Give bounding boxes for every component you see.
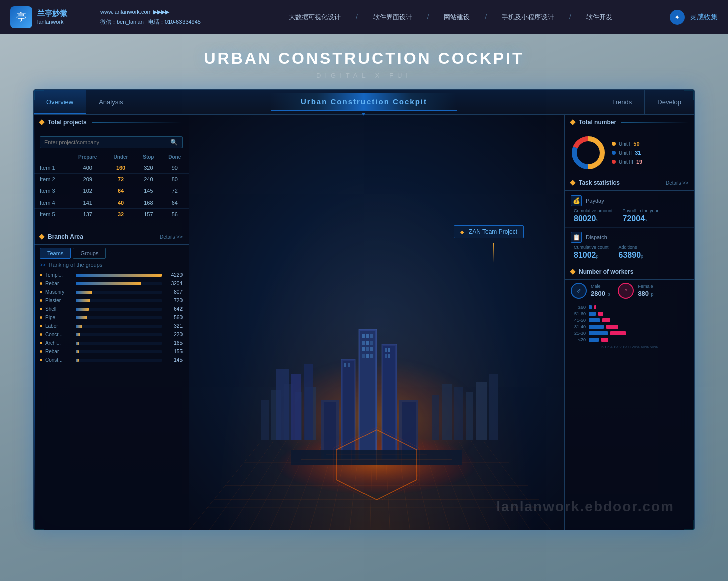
list-item: Archi... 165 [34,339,189,347]
svg-rect-12 [476,382,487,440]
svg-rect-38 [348,363,350,367]
svg-rect-6 [291,374,301,440]
table-row: Item 4 141 40 168 64 [34,197,189,209]
project-pin [493,243,494,263]
dash-nav-right: Trends Develop [599,90,694,114]
payday-icon: 💰 [571,195,582,206]
tab-overview[interactable]: Overview [34,90,86,114]
city-bg: ZAN Team Project [189,115,564,530]
projects-table: Prepare Under Stop Done Item 1 400 160 3… [34,152,189,220]
tab-analysis[interactable]: Analysis [86,90,136,114]
search-icon: 🔍 [170,139,178,146]
svg-rect-21 [366,341,369,345]
svg-rect-10 [454,387,463,440]
svg-rect-31 [385,348,387,352]
total-number-header: Total number [565,115,694,130]
age-row: 41-50 [571,318,688,323]
svg-rect-9 [442,384,452,440]
search-input[interactable] [44,139,170,145]
dot-icon [40,274,42,276]
svg-rect-20 [362,341,365,345]
total-projects-title: Total projects [48,119,87,126]
tab-develop[interactable]: Develop [645,90,694,114]
dot-icon [40,299,42,302]
svg-rect-28 [370,354,373,358]
female-info: Female 880 p [638,284,653,298]
tab-trends[interactable]: Trends [599,90,645,114]
svg-rect-7 [304,364,313,440]
unit-3-label: Unit III 19 [612,159,642,165]
age-axis-labels: 60%40%20%020%40%60% [571,344,688,350]
dot-icon [40,350,42,353]
age-row: ≥60 [571,305,688,310]
workers-title: Number of workers [579,268,633,275]
branch-details[interactable]: Details >> [160,234,183,240]
male-icon: ♂ [571,283,587,299]
dash-title: Urban Construction Cockpit [271,93,457,111]
right-panel: Total number U [564,115,694,530]
list-item: Templ... 4220 [34,271,189,279]
logo-area: 亭 兰亭妙微 lanlanwork [10,6,90,28]
task-title: Task statistics [579,179,620,186]
list-item: Shell 642 [34,305,189,313]
branch-section: Branch Area Details >> Teams Groups Rank… [34,229,189,364]
age-row: 51-60 [571,311,688,316]
tab-groups[interactable]: Groups [73,248,106,259]
project-label: ZAN Team Project [454,225,524,238]
svg-rect-0 [261,400,269,440]
list-item: Labor 321 [34,322,189,330]
dot-icon [40,308,42,310]
dot-icon [40,291,42,293]
task-details[interactable]: Details >> [666,180,688,186]
svg-rect-23 [362,347,365,351]
dot-icon [40,282,42,285]
dot-icon [40,325,42,327]
branch-header: Branch Area Details >> [34,229,189,245]
svg-rect-42 [402,402,416,457]
svg-rect-26 [362,354,365,358]
dispatch-icon-row: 📋 Dispatch [571,232,688,243]
ranking-header: Ranking of the groups [34,259,189,271]
dot-icon [40,333,42,336]
section-line-5 [638,272,688,272]
svg-rect-19 [370,334,373,338]
total-projects-header: Total projects [34,115,189,130]
svg-rect-27 [366,354,369,358]
additions-count: Additions 63890p [619,245,644,260]
age-row: <20 [571,337,688,342]
main-content: URBAN CONSTRUCTION COCKPIT DIGITAL X FUI… [0,34,728,540]
dash-nav-tabs: Overview Analysis [34,90,136,114]
list-item: Const... 145 [34,356,189,364]
cumulative-count: Cumulative count 81002p [574,245,609,260]
inspiration-icon: ✦ [670,10,685,25]
left-panel: Total projects 🔍 Prepare Under Stop [34,115,189,530]
svg-rect-33 [385,354,387,358]
svg-rect-25 [370,347,373,351]
male-info: Male 2800 p [591,284,610,298]
payday-section: 💰 Payday Cumulative amount 80020s Payrol… [565,191,694,228]
diamond-icon-2 [39,234,44,239]
header-right: ✦ 灵感收集 [670,10,718,25]
dispatch-icon: 📋 [571,232,582,243]
dispatch-values: Cumulative count 81002p Additions 63890p [571,245,688,260]
scroll-indicator [34,115,35,530]
unit-1-label: Unit I 50 [612,141,642,147]
logo-icon: 亭 [10,6,32,28]
branch-tabs: Teams Groups [34,245,189,259]
table-row: Item 5 137 32 157 56 [34,209,189,220]
ranking-list: Templ... 4220 Rebar 3204 Masonry 807 Pla… [34,271,189,364]
dispatch-label: Dispatch [586,234,607,240]
list-item: Rebar 3204 [34,279,189,288]
payroll-year: Payroll in the year 72004s [623,208,659,223]
section-line-2 [88,237,156,237]
female-worker: ♀ Female 880 p [618,283,653,299]
logo-text: 兰亭妙微 lanlanwork [37,8,67,26]
branch-title: Branch Area [48,233,83,240]
dashboard: Overview Analysis Urban Construction Coc… [33,89,695,530]
tab-teams[interactable]: Teams [40,248,71,259]
list-item: Rebar 155 [34,347,189,356]
table-row: Item 3 102 64 145 72 [34,185,189,197]
search-bar[interactable]: 🔍 [40,136,183,148]
page-subtitle: DIGITAL X FUI [316,72,412,79]
diamond-icon-4 [570,180,575,185]
